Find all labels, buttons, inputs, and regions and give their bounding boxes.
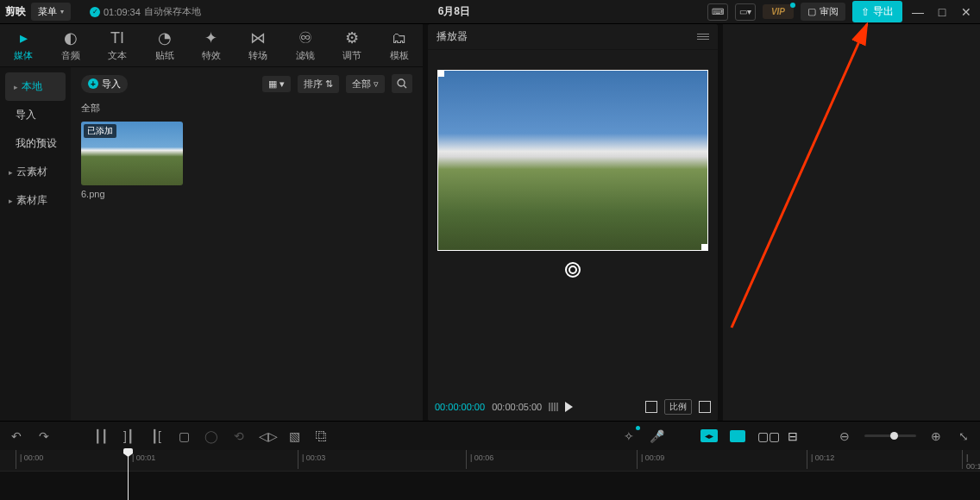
ruler-tick: | 00:03 — [298, 450, 325, 469]
crop-frame-button[interactable]: ⿻ — [314, 429, 330, 443]
asset-tab-2[interactable]: TI文本 — [94, 24, 141, 66]
chevron-down-icon: ▾ — [60, 8, 64, 16]
maximize-button[interactable]: □ — [933, 5, 951, 19]
asset-tab-8[interactable]: 🗂模板 — [376, 24, 423, 66]
split-button[interactable]: ┃┃ — [93, 429, 109, 443]
export-button[interactable]: ⇧ 导出 — [852, 1, 902, 22]
view-grid-button[interactable]: ▦ ▾ — [262, 76, 291, 92]
undo-button[interactable]: ↶ — [9, 429, 24, 443]
ruler-tick: | 00:15 — [962, 450, 980, 469]
svg-line-2 — [404, 85, 406, 88]
rotate-button[interactable]: ▧ — [286, 429, 302, 443]
crop-button[interactable]: ▢ — [176, 429, 192, 443]
tab-label: 文本 — [108, 49, 127, 62]
track-lane[interactable] — [0, 471, 980, 500]
record-button[interactable]: ◯ — [204, 429, 219, 443]
mic-button[interactable]: 🎤 — [649, 429, 664, 443]
thumb-image: 已添加 — [81, 122, 183, 185]
search-button[interactable] — [392, 74, 412, 93]
track-preset-1[interactable]: ◂▸ — [700, 429, 718, 442]
asset-tab-1[interactable]: ◐音频 — [47, 24, 93, 66]
asset-tab-7[interactable]: ⚙调节 — [329, 24, 375, 66]
safe-zone-icon[interactable] — [645, 401, 657, 413]
tab-icon: ▸ — [20, 28, 28, 47]
monitor-icon: ▢ — [807, 6, 816, 17]
tab-icon: 🗂 — [392, 29, 407, 47]
link-button[interactable]: ▢▢ — [757, 429, 773, 443]
asset-tab-3[interactable]: ◔贴纸 — [141, 24, 187, 66]
player-panel: 播放器 00:00:00:00 00:00:05:00 比例 — [428, 24, 718, 421]
sidebar-item-import[interactable]: 导入 — [0, 101, 71, 129]
project-title: 6月8日 — [201, 4, 707, 19]
tab-label: 转场 — [248, 49, 267, 62]
time-duration: 00:00:05:00 — [492, 402, 542, 412]
ruler-tick: | 00:00 — [16, 450, 43, 469]
layout-icon[interactable]: ▭▾ — [735, 3, 756, 21]
timeline-toolbar: ↶ ↷ ┃┃ ]┃ ┃[ ▢ ◯ ⟲ ◁▷ ▧ ⿻ ✧ 🎤 ◂▸ ▢▢ ⊟ ⊖ … — [0, 421, 980, 450]
asset-tab-6[interactable]: ♾滤镜 — [282, 24, 329, 66]
import-button[interactable]: + 导入 — [81, 75, 128, 93]
inspector-panel — [723, 24, 980, 421]
zoom-out-button[interactable]: ⊖ — [837, 429, 852, 443]
tab-icon: TI — [110, 29, 124, 47]
filter-all-button[interactable]: 全部▿ — [346, 75, 385, 93]
rotate-handle[interactable] — [565, 262, 581, 278]
timeline-area: ↶ ↷ ┃┃ ]┃ ┃[ ▢ ◯ ⟲ ◁▷ ▧ ⿻ ✧ 🎤 ◂▸ ▢▢ ⊟ ⊖ … — [0, 421, 980, 500]
zoom-slider[interactable] — [864, 434, 916, 437]
asset-tabs: ▸媒体◐音频TI文本◔贴纸✦特效⋈转场♾滤镜⚙调节🗂模板 — [0, 24, 423, 67]
workspace: ▸媒体◐音频TI文本◔贴纸✦特效⋈转场♾滤镜⚙调节🗂模板 ▸本地 导入 我的预设… — [0, 24, 980, 421]
sidebar-item-library[interactable]: ▸素材库 — [0, 186, 71, 215]
asset-tab-0[interactable]: ▸媒体 — [0, 24, 47, 66]
review-button[interactable]: ▢ 审阅 — [801, 3, 845, 21]
app-logo: 剪映 — [5, 4, 26, 19]
export-label: 导出 — [873, 4, 894, 19]
tab-icon: ⚙ — [345, 28, 359, 47]
fullscreen-icon[interactable] — [699, 401, 711, 413]
tab-label: 贴纸 — [155, 49, 174, 62]
asset-tab-5[interactable]: ⋈转场 — [235, 24, 281, 66]
close-button[interactable]: ✕ — [958, 5, 975, 19]
tab-icon: ✦ — [204, 28, 217, 47]
left-panel: ▸媒体◐音频TI文本◔贴纸✦特效⋈转场♾滤镜⚙调节🗂模板 ▸本地 导入 我的预设… — [0, 24, 423, 421]
media-thumb[interactable]: 已添加 6.png — [81, 122, 183, 199]
play-button[interactable] — [565, 402, 573, 412]
vip-button[interactable]: VIP — [763, 4, 794, 19]
time-ruler[interactable]: | 00:00| 00:01| 00:03| 00:06| 00:09| 00:… — [0, 450, 980, 471]
track-preset-2[interactable] — [730, 430, 745, 442]
reverse-button[interactable]: ⟲ — [231, 429, 247, 443]
trim-left-button[interactable]: ]┃ — [121, 429, 136, 443]
sort-button[interactable]: 排序⇅ — [298, 75, 339, 93]
main-menu-button[interactable]: 菜单 ▾ — [31, 3, 71, 21]
tab-label: 媒体 — [14, 49, 33, 62]
aspect-ratio-button[interactable]: 比例 — [664, 399, 692, 415]
sidebar-item-cloud[interactable]: ▸云素材 — [0, 158, 71, 186]
player-title: 播放器 — [437, 29, 468, 44]
check-icon: ✓ — [90, 7, 100, 17]
level-icon — [549, 403, 558, 411]
tab-label: 模板 — [390, 49, 409, 62]
thumb-filename: 6.png — [81, 189, 183, 199]
mirror-button[interactable]: ◁▷ — [259, 429, 274, 443]
playhead[interactable] — [128, 450, 129, 500]
local-sidebar: ▸本地 导入 我的预设 ▸云素材 ▸素材库 — [0, 67, 71, 421]
tab-icon: ⋈ — [250, 28, 266, 47]
sidebar-item-local[interactable]: ▸本地 — [5, 72, 66, 101]
auto-enhance-button[interactable]: ✧ — [621, 429, 637, 443]
autosave-time: 01:09:34 — [104, 7, 141, 17]
ruler-tick: | 00:09 — [637, 450, 664, 469]
tab-label: 滤镜 — [296, 49, 315, 62]
preview-frame[interactable] — [438, 71, 707, 250]
sidebar-item-preset[interactable]: 我的预设 — [0, 129, 71, 158]
player-menu-button[interactable] — [697, 34, 709, 40]
keyboard-icon[interactable]: ⌨ — [707, 3, 728, 21]
media-section-title: 全部 — [81, 102, 412, 115]
minimize-button[interactable]: — — [909, 5, 927, 19]
align-button[interactable]: ⊟ — [785, 429, 801, 443]
fit-button[interactable]: ⤡ — [956, 429, 971, 443]
zoom-in-button[interactable]: ⊕ — [928, 429, 944, 443]
tab-label: 调节 — [342, 49, 361, 62]
trim-right-button[interactable]: ┃[ — [148, 429, 164, 443]
redo-button[interactable]: ↷ — [36, 429, 52, 443]
asset-tab-4[interactable]: ✦特效 — [188, 24, 235, 66]
svg-point-1 — [398, 79, 405, 86]
